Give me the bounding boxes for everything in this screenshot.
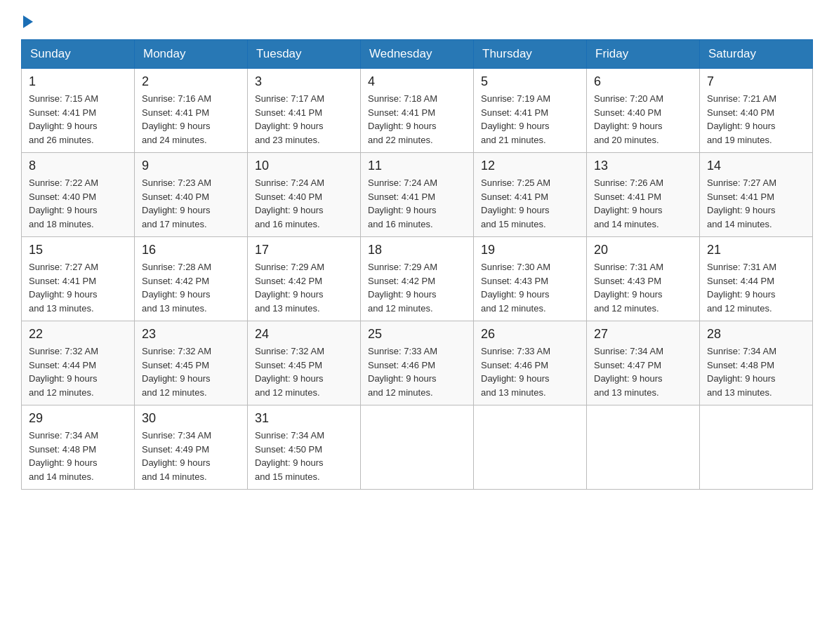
day-info: Sunrise: 7:22 AM Sunset: 4:40 PM Dayligh… <box>29 176 127 231</box>
calendar-cell: 6 Sunrise: 7:20 AM Sunset: 4:40 PM Dayli… <box>587 69 700 153</box>
calendar-cell: 4 Sunrise: 7:18 AM Sunset: 4:41 PM Dayli… <box>361 69 474 153</box>
calendar-cell: 29 Sunrise: 7:34 AM Sunset: 4:48 PM Dayl… <box>22 405 135 490</box>
calendar-cell <box>474 405 587 490</box>
day-number: 12 <box>481 159 579 173</box>
day-info: Sunrise: 7:24 AM Sunset: 4:41 PM Dayligh… <box>368 176 466 231</box>
day-info: Sunrise: 7:26 AM Sunset: 4:41 PM Dayligh… <box>594 176 692 231</box>
day-number: 11 <box>368 159 466 173</box>
day-info: Sunrise: 7:34 AM Sunset: 4:48 PM Dayligh… <box>707 344 805 399</box>
calendar-cell: 12 Sunrise: 7:25 AM Sunset: 4:41 PM Dayl… <box>474 153 587 237</box>
day-number: 25 <box>368 327 466 342</box>
day-number: 16 <box>142 243 240 257</box>
calendar-cell: 20 Sunrise: 7:31 AM Sunset: 4:43 PM Dayl… <box>587 237 700 321</box>
day-number: 10 <box>255 159 353 173</box>
calendar-cell: 7 Sunrise: 7:21 AM Sunset: 4:40 PM Dayli… <box>700 69 813 153</box>
day-number: 26 <box>481 327 579 342</box>
day-info: Sunrise: 7:33 AM Sunset: 4:46 PM Dayligh… <box>481 344 579 399</box>
day-info: Sunrise: 7:31 AM Sunset: 4:44 PM Dayligh… <box>707 260 805 315</box>
calendar-cell: 22 Sunrise: 7:32 AM Sunset: 4:44 PM Dayl… <box>22 321 135 405</box>
day-number: 20 <box>594 243 692 257</box>
logo-triangle-icon <box>23 15 33 28</box>
calendar-header-sunday: Sunday <box>22 40 135 69</box>
calendar-cell: 17 Sunrise: 7:29 AM Sunset: 4:42 PM Dayl… <box>248 237 361 321</box>
calendar-cell: 14 Sunrise: 7:27 AM Sunset: 4:41 PM Dayl… <box>700 153 813 237</box>
day-number: 24 <box>255 327 353 342</box>
calendar-cell: 1 Sunrise: 7:15 AM Sunset: 4:41 PM Dayli… <box>22 69 135 153</box>
calendar-header-thursday: Thursday <box>474 40 587 69</box>
day-info: Sunrise: 7:16 AM Sunset: 4:41 PM Dayligh… <box>142 92 240 147</box>
day-number: 6 <box>594 74 692 89</box>
day-info: Sunrise: 7:18 AM Sunset: 4:41 PM Dayligh… <box>368 92 466 147</box>
calendar-cell: 16 Sunrise: 7:28 AM Sunset: 4:42 PM Dayl… <box>135 237 248 321</box>
calendar-cell: 15 Sunrise: 7:27 AM Sunset: 4:41 PM Dayl… <box>22 237 135 321</box>
calendar-cell: 24 Sunrise: 7:32 AM Sunset: 4:45 PM Dayl… <box>248 321 361 405</box>
day-info: Sunrise: 7:32 AM Sunset: 4:45 PM Dayligh… <box>142 344 240 399</box>
calendar-cell <box>587 405 700 490</box>
day-number: 9 <box>142 159 240 173</box>
calendar-header-wednesday: Wednesday <box>361 40 474 69</box>
day-info: Sunrise: 7:34 AM Sunset: 4:47 PM Dayligh… <box>594 344 692 399</box>
day-info: Sunrise: 7:29 AM Sunset: 4:42 PM Dayligh… <box>255 260 353 315</box>
calendar-cell: 19 Sunrise: 7:30 AM Sunset: 4:43 PM Dayl… <box>474 237 587 321</box>
day-number: 14 <box>707 159 805 173</box>
day-number: 1 <box>29 74 127 89</box>
day-info: Sunrise: 7:32 AM Sunset: 4:44 PM Dayligh… <box>29 344 127 399</box>
calendar-cell: 18 Sunrise: 7:29 AM Sunset: 4:42 PM Dayl… <box>361 237 474 321</box>
logo <box>21 14 33 25</box>
day-number: 30 <box>142 411 240 426</box>
day-number: 27 <box>594 327 692 342</box>
day-info: Sunrise: 7:15 AM Sunset: 4:41 PM Dayligh… <box>29 92 127 147</box>
calendar-week-row: 1 Sunrise: 7:15 AM Sunset: 4:41 PM Dayli… <box>22 69 813 153</box>
day-info: Sunrise: 7:31 AM Sunset: 4:43 PM Dayligh… <box>594 260 692 315</box>
calendar-cell: 30 Sunrise: 7:34 AM Sunset: 4:49 PM Dayl… <box>135 405 248 490</box>
calendar-cell: 21 Sunrise: 7:31 AM Sunset: 4:44 PM Dayl… <box>700 237 813 321</box>
day-info: Sunrise: 7:32 AM Sunset: 4:45 PM Dayligh… <box>255 344 353 399</box>
calendar-week-row: 8 Sunrise: 7:22 AM Sunset: 4:40 PM Dayli… <box>22 153 813 237</box>
day-info: Sunrise: 7:30 AM Sunset: 4:43 PM Dayligh… <box>481 260 579 315</box>
calendar-cell: 2 Sunrise: 7:16 AM Sunset: 4:41 PM Dayli… <box>135 69 248 153</box>
calendar-header-monday: Monday <box>135 40 248 69</box>
calendar-cell: 28 Sunrise: 7:34 AM Sunset: 4:48 PM Dayl… <box>700 321 813 405</box>
day-number: 4 <box>368 74 466 89</box>
day-number: 19 <box>481 243 579 257</box>
day-number: 5 <box>481 74 579 89</box>
calendar-cell <box>700 405 813 490</box>
page-header <box>21 14 813 25</box>
calendar-cell: 27 Sunrise: 7:34 AM Sunset: 4:47 PM Dayl… <box>587 321 700 405</box>
calendar-week-row: 15 Sunrise: 7:27 AM Sunset: 4:41 PM Dayl… <box>22 237 813 321</box>
day-info: Sunrise: 7:24 AM Sunset: 4:40 PM Dayligh… <box>255 176 353 231</box>
calendar-cell: 26 Sunrise: 7:33 AM Sunset: 4:46 PM Dayl… <box>474 321 587 405</box>
calendar-table: SundayMondayTuesdayWednesdayThursdayFrid… <box>21 39 813 490</box>
day-number: 2 <box>142 74 240 89</box>
day-info: Sunrise: 7:34 AM Sunset: 4:49 PM Dayligh… <box>142 429 240 483</box>
calendar-cell: 31 Sunrise: 7:34 AM Sunset: 4:50 PM Dayl… <box>248 405 361 490</box>
day-info: Sunrise: 7:20 AM Sunset: 4:40 PM Dayligh… <box>594 92 692 147</box>
calendar-week-row: 29 Sunrise: 7:34 AM Sunset: 4:48 PM Dayl… <box>22 405 813 490</box>
day-number: 22 <box>29 327 127 342</box>
day-number: 29 <box>29 411 127 426</box>
day-info: Sunrise: 7:17 AM Sunset: 4:41 PM Dayligh… <box>255 92 353 147</box>
calendar-cell: 5 Sunrise: 7:19 AM Sunset: 4:41 PM Dayli… <box>474 69 587 153</box>
calendar-cell: 9 Sunrise: 7:23 AM Sunset: 4:40 PM Dayli… <box>135 153 248 237</box>
day-number: 3 <box>255 74 353 89</box>
calendar-header-friday: Friday <box>587 40 700 69</box>
calendar-cell: 23 Sunrise: 7:32 AM Sunset: 4:45 PM Dayl… <box>135 321 248 405</box>
calendar-header-row: SundayMondayTuesdayWednesdayThursdayFrid… <box>22 40 813 69</box>
calendar-cell: 11 Sunrise: 7:24 AM Sunset: 4:41 PM Dayl… <box>361 153 474 237</box>
day-info: Sunrise: 7:21 AM Sunset: 4:40 PM Dayligh… <box>707 92 805 147</box>
calendar-cell: 25 Sunrise: 7:33 AM Sunset: 4:46 PM Dayl… <box>361 321 474 405</box>
day-info: Sunrise: 7:34 AM Sunset: 4:50 PM Dayligh… <box>255 429 353 483</box>
calendar-cell: 10 Sunrise: 7:24 AM Sunset: 4:40 PM Dayl… <box>248 153 361 237</box>
day-number: 8 <box>29 159 127 173</box>
calendar-cell: 8 Sunrise: 7:22 AM Sunset: 4:40 PM Dayli… <box>22 153 135 237</box>
day-number: 18 <box>368 243 466 257</box>
day-info: Sunrise: 7:27 AM Sunset: 4:41 PM Dayligh… <box>707 176 805 231</box>
day-info: Sunrise: 7:23 AM Sunset: 4:40 PM Dayligh… <box>142 176 240 231</box>
calendar-cell: 13 Sunrise: 7:26 AM Sunset: 4:41 PM Dayl… <box>587 153 700 237</box>
day-info: Sunrise: 7:27 AM Sunset: 4:41 PM Dayligh… <box>29 260 127 315</box>
day-number: 7 <box>707 74 805 89</box>
day-number: 13 <box>594 159 692 173</box>
day-info: Sunrise: 7:28 AM Sunset: 4:42 PM Dayligh… <box>142 260 240 315</box>
calendar-header-tuesday: Tuesday <box>248 40 361 69</box>
day-info: Sunrise: 7:19 AM Sunset: 4:41 PM Dayligh… <box>481 92 579 147</box>
